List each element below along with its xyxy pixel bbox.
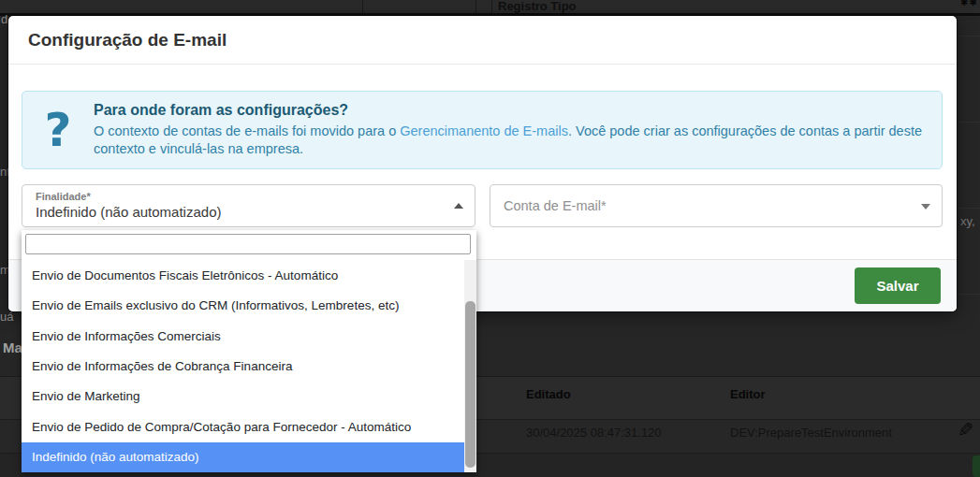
edit-pencil-icon: ✎ <box>958 419 974 441</box>
background-section-title-fragment: Ma <box>3 340 22 355</box>
background-column-registro-tipo: Registro Tipo <box>498 0 577 13</box>
dialog-header: Configuração de E-mail <box>8 16 957 65</box>
background-table-divider <box>362 0 363 13</box>
scrollbar-thumb[interactable] <box>465 301 475 468</box>
info-callout: ? Para onde foram as configurações? O co… <box>22 91 943 169</box>
option-envio-cobranca-financeira[interactable]: Envio de Informações de Cobrança Finance… <box>22 351 464 381</box>
divider <box>957 208 980 209</box>
option-envio-pedido-compra[interactable]: Envio de Pedido de Compra/Cotação para F… <box>22 412 464 441</box>
save-button[interactable]: Salvar <box>855 267 941 304</box>
dialog-title: Configuração de E-mail <box>28 30 227 51</box>
finalidade-value: Indefinido (não automatizado) <box>36 204 221 220</box>
info-callout-text: Para onde foram as configurações? O cont… <box>94 92 942 168</box>
info-heading: Para onde foram as configurações? <box>94 102 925 119</box>
email-management-link[interactable]: Gerencimanento de E-mails <box>400 123 568 138</box>
background-table-divider <box>475 0 476 13</box>
divider <box>957 122 980 123</box>
background-green-button-fragment <box>973 455 980 477</box>
divider <box>957 36 980 36</box>
background-text-fragment: uá <box>0 310 13 324</box>
conta-email-placeholder: Conta de E-mail* <box>504 198 607 213</box>
background-table-header-bar <box>0 0 980 13</box>
option-search-input[interactable] <box>25 234 471 254</box>
option-envio-informacoes-comerciais[interactable]: Envio de Informações Comerciais <box>22 321 464 351</box>
info-body-text: O contexto de contas de e-mails foi movi… <box>94 123 400 138</box>
background-cell-editor: DEV:PrepareTestEnvironment <box>730 426 892 440</box>
chevron-down-icon <box>921 204 930 210</box>
chevron-up-icon <box>454 203 463 209</box>
info-body: O contexto de contas de e-mails foi movi… <box>94 123 925 158</box>
divider <box>957 294 980 295</box>
background-text-fragment: d <box>1 12 7 26</box>
option-indefinido-selected[interactable]: Indefinido (não automatizado) <box>22 442 464 472</box>
option-list: Envio de Documentos Fiscais Eletrônicos … <box>22 260 464 472</box>
background-column-editado: Editado <box>526 387 571 401</box>
background-table-divider <box>491 0 492 13</box>
option-envio-emails-crm[interactable]: Envio de Emails exclusivo do CRM (Inform… <box>22 290 464 320</box>
background-column-editor: Editor <box>730 387 766 401</box>
background-corner-icon: ✱✱ <box>960 0 978 7</box>
finalidade-select[interactable]: Finalidade* Indefinido (não automatizado… <box>22 184 475 227</box>
background-text-fragment: xy, <box>960 214 975 228</box>
finalidade-label: Finalidade* <box>36 191 91 202</box>
option-envio-marketing[interactable]: Envio de Marketing <box>22 382 464 412</box>
finalidade-options-panel: Envio de Documentos Fiscais Eletrônicos … <box>22 230 476 472</box>
option-envio-documentos-fiscais[interactable]: Envio de Documentos Fiscais Eletrônicos … <box>22 260 464 290</box>
background-cell-editado: 30/04/2025 08:47:31.120 <box>526 426 662 440</box>
conta-email-select[interactable]: Conta de E-mail* <box>490 184 943 227</box>
scrollbar-track[interactable] <box>464 260 476 472</box>
question-mark-icon: ? <box>22 92 94 168</box>
